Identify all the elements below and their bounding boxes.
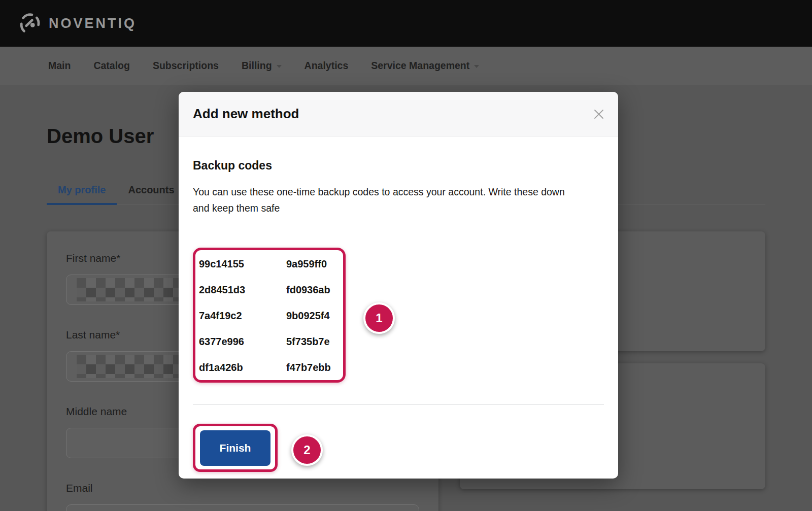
nav-item-service-management[interactable]: Service Management (371, 60, 479, 72)
finish-button[interactable]: Finish (200, 430, 270, 466)
backup-codes-description: You can use these one-time backup codes … (193, 184, 578, 216)
finish-annotation-box: Finish (193, 424, 278, 472)
nav-item-main[interactable]: Main (48, 60, 71, 72)
nav-item-label: Catalog (93, 60, 130, 72)
nav-item-analytics[interactable]: Analytics (304, 60, 349, 72)
backup-code: 7a4f19c2 (199, 310, 286, 322)
redacted-value (77, 355, 193, 378)
nav-item-label: Subscriptions (153, 60, 219, 72)
chevron-down-icon (277, 65, 282, 68)
noventiq-logo-icon (18, 12, 42, 35)
backup-code: 99c14155 (199, 258, 286, 270)
nav-item-subscriptions[interactable]: Subscriptions (153, 60, 219, 72)
tab-accounts[interactable]: Accounts (117, 180, 185, 205)
close-icon (593, 108, 605, 120)
backup-code: 6377e996 (199, 336, 286, 348)
email-input[interactable] (66, 504, 419, 511)
modal-divider (193, 404, 604, 405)
annotation-step-2: 2 (291, 434, 323, 466)
modal-title: Add new method (193, 106, 299, 122)
brand-logo[interactable]: NOVENTIQ (18, 12, 137, 35)
backup-code: 5f735b7e (286, 336, 343, 348)
nav-item-catalog[interactable]: Catalog (93, 60, 130, 72)
nav-item-label: Analytics (304, 60, 349, 72)
redacted-value (77, 278, 193, 301)
chevron-down-icon (474, 65, 479, 68)
brand-name: NOVENTIQ (49, 16, 137, 31)
backup-code: df1a426b (199, 362, 286, 373)
nav-item-label: Service Management (371, 60, 469, 72)
backup-codes-annotation-box: 99c14155 9a959ff0 2d8451d3 fd0936ab 7a4f… (193, 248, 346, 383)
backup-codes-heading: Backup codes (193, 159, 604, 173)
add-method-modal: Add new method Backup codes You can use … (179, 92, 618, 479)
backup-code: 2d8451d3 (199, 284, 286, 296)
backup-code: fd0936ab (286, 284, 343, 296)
email-label: Email (66, 482, 419, 494)
main-nav: Main Catalog Subscriptions Billing Analy… (0, 47, 812, 85)
modal-header: Add new method (179, 92, 618, 137)
tab-my-profile[interactable]: My profile (47, 180, 117, 205)
nav-item-label: Main (48, 60, 71, 72)
backup-code: f47b7ebb (286, 362, 343, 373)
field-email: Email (66, 482, 419, 511)
backup-code: 9a959ff0 (286, 258, 343, 270)
nav-item-billing[interactable]: Billing (242, 60, 282, 72)
app-header: NOVENTIQ (0, 0, 812, 47)
nav-item-label: Billing (242, 60, 272, 72)
close-button[interactable] (588, 103, 610, 125)
modal-body: Backup codes You can use these one-time … (179, 137, 618, 477)
backup-code: 9b0925f4 (286, 310, 343, 322)
annotation-step-1: 1 (363, 302, 395, 334)
